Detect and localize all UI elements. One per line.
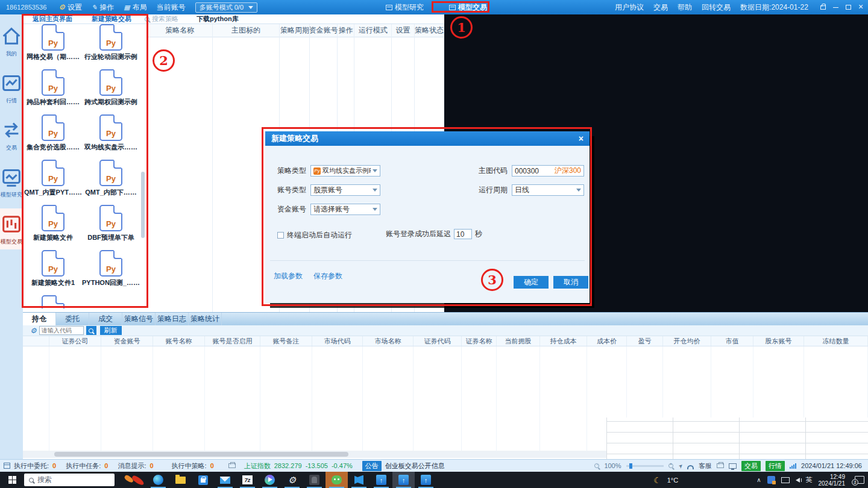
taskbar-app-trader-3[interactable]: [415, 472, 437, 488]
column-header: 股东账号: [753, 336, 804, 346]
strategy-file[interactable]: Py新建策略文件1: [24, 250, 82, 295]
trade-status-badge[interactable]: 交易: [741, 461, 761, 471]
strategy-file[interactable]: PyQMT_内部下……: [82, 160, 140, 205]
code-search-input[interactable]: [39, 326, 84, 335]
strategy-file[interactable]: Py跨式期权回测示例: [82, 69, 140, 114]
notification-center-icon[interactable]: 1: [855, 476, 864, 484]
scrollbar-thumb[interactable]: [54, 452, 348, 457]
strategy-file[interactable]: Py双均线实盘示……: [82, 114, 140, 160]
auto-run-checkbox[interactable]: [277, 232, 284, 239]
swap-trade-menu[interactable]: 回转交易: [702, 2, 731, 13]
help-menu[interactable]: 帮助: [678, 2, 692, 13]
start-button[interactable]: [0, 472, 24, 488]
strategy-file[interactable]: Py集合竞价选股……: [24, 114, 82, 160]
strategy-file[interactable]: Py跨品种套利回……: [24, 69, 82, 114]
tab-strategy-logs[interactable]: 策略日志: [156, 313, 189, 325]
account-type-dropdown[interactable]: 股票账号: [310, 184, 380, 196]
index-name[interactable]: 上证指数: [244, 461, 271, 471]
weather-peppers-icon[interactable]: [121, 472, 147, 488]
strategy-file[interactable]: Py新建策略文件: [24, 205, 82, 250]
strategy-file[interactable]: PyQMT_内置PYT……: [24, 160, 82, 205]
sidebar-item-quotes[interactable]: 行情: [0, 67, 23, 108]
quote-status-badge[interactable]: 行情: [766, 461, 785, 471]
ok-button[interactable]: 确定: [514, 276, 549, 289]
sidebar-item-home[interactable]: 我的: [0, 20, 23, 61]
strategy-file[interactable]: PyDBF预埋单下单: [82, 205, 140, 250]
strategy-file[interactable]: PyPYTHON回测_……: [82, 250, 140, 295]
zoom-slider[interactable]: [626, 465, 664, 467]
tray-volume-muted-icon[interactable]: [796, 478, 800, 483]
input-language[interactable]: 英: [806, 475, 813, 484]
taskbar-app-7zip[interactable]: 7z: [236, 472, 259, 488]
tray-expand-icon[interactable]: ∧: [756, 477, 761, 483]
save-params-link[interactable]: 保存参数: [313, 271, 342, 281]
fund-account-dropdown[interactable]: 请选择账号: [310, 204, 380, 215]
load-params-link[interactable]: 加载参数: [274, 271, 303, 281]
file-panel-scrollbar[interactable]: [141, 172, 145, 238]
dialog-title-bar[interactable]: 新建策略交易 ×: [265, 131, 590, 146]
layout-menu[interactable]: 布局: [124, 2, 146, 13]
temperature[interactable]: 1°C: [667, 477, 678, 484]
weather-moon-icon[interactable]: ☾: [653, 475, 661, 485]
tab-strategy-signals[interactable]: 策略信号: [122, 313, 156, 325]
taskbar-app-vscode[interactable]: [348, 472, 370, 488]
model-research-menu[interactable]: 模型研究: [386, 2, 424, 13]
tab-return-home[interactable]: 返回主页界面: [23, 14, 82, 23]
panel-icon[interactable]: [717, 463, 724, 468]
maximize-button[interactable]: [846, 5, 851, 10]
taskbar-app-file-explorer[interactable]: [169, 472, 192, 488]
cursor-icon[interactable]: [678, 462, 683, 469]
taskbar-app-wechat[interactable]: [326, 472, 348, 488]
model-trade-menu[interactable]: 模型交易: [449, 2, 487, 13]
strategy-search-input[interactable]: 搜索策略: [145, 14, 183, 23]
taskbar-app-edge[interactable]: [147, 472, 169, 488]
calendar-icon[interactable]: [4, 463, 10, 469]
run-period-dropdown[interactable]: 日线: [512, 184, 584, 196]
tray-display-icon[interactable]: [781, 477, 790, 483]
sidebar-item-model-trade[interactable]: 模型交易: [0, 208, 23, 249]
zoom-out-icon[interactable]: [594, 463, 599, 468]
tab-strategy-stats[interactable]: 策略统计: [189, 313, 222, 325]
user-agreement-menu[interactable]: 用户协议: [615, 2, 644, 13]
close-button[interactable]: [858, 3, 863, 11]
minimize-button[interactable]: [833, 7, 838, 8]
cancel-button[interactable]: 取消: [553, 276, 588, 289]
tab-positions[interactable]: 持仓: [23, 313, 56, 325]
zoom-in-icon[interactable]: [668, 463, 673, 468]
dialog-close-icon[interactable]: ×: [579, 134, 583, 143]
download-python-lib-link[interactable]: 下载python库: [197, 14, 239, 23]
tray-app-icon[interactable]: [767, 476, 775, 484]
tab-orders[interactable]: 委托: [56, 313, 89, 325]
strategy-type-dropdown[interactable]: 双均线实盘示例PY: [310, 165, 380, 177]
customer-service-link[interactable]: 客服: [699, 461, 712, 471]
taskbar-app-trader-1[interactable]: [370, 472, 392, 488]
taskbar-app-mail[interactable]: [214, 472, 236, 488]
notice-text[interactable]: 创业板交易公开信息: [385, 461, 445, 471]
settings-menu[interactable]: 设置: [58, 2, 82, 13]
operate-menu[interactable]: 操作: [92, 2, 114, 13]
strategy-file[interactable]: Py网格交易（期……: [24, 24, 82, 69]
trade-menu[interactable]: 交易: [653, 2, 668, 13]
main-code-input[interactable]: 000300 沪深300: [512, 165, 584, 177]
taskbar-search-input[interactable]: 搜索: [24, 474, 115, 486]
taskbar-clock[interactable]: 12:49 2024/1/21: [819, 474, 846, 487]
lock-icon[interactable]: [820, 5, 826, 10]
strategy-file[interactable]: Py: [24, 295, 82, 308]
gear-icon[interactable]: [30, 327, 37, 335]
taskbar-app-store[interactable]: [192, 472, 214, 488]
monitor-icon[interactable]: [729, 463, 737, 469]
refresh-button[interactable]: 刷新: [100, 326, 122, 335]
sidebar-item-model-research[interactable]: 模型研究: [0, 161, 23, 202]
taskbar-app-media[interactable]: [259, 472, 281, 488]
tab-new-strategy-trade[interactable]: 新建策略交易: [82, 14, 141, 23]
tab-deals[interactable]: 成交: [89, 313, 122, 325]
code-search-button[interactable]: [86, 326, 96, 335]
taskbar-app-settings[interactable]: [281, 472, 303, 488]
taskbar-app-trader-2[interactable]: [392, 472, 415, 488]
printer-icon[interactable]: [228, 463, 236, 468]
account-mode-dropdown[interactable]: 多账号模式 0/0: [195, 2, 257, 13]
sidebar-item-trade[interactable]: 交易: [0, 114, 23, 155]
delay-input[interactable]: [454, 229, 472, 239]
taskbar-app-dark[interactable]: [303, 472, 326, 488]
strategy-file[interactable]: Py行业轮动回测示例: [82, 24, 140, 69]
